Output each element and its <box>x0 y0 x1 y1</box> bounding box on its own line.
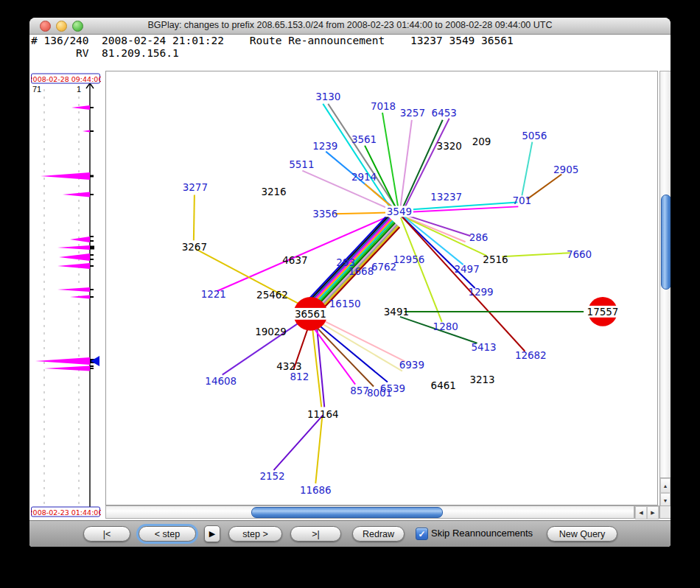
as-label-7660[interactable]: 7660 <box>567 249 592 260</box>
as-label-17557[interactable]: 17557 <box>587 307 619 318</box>
go-first-button[interactable]: |< <box>83 526 130 542</box>
as-label-1299[interactable]: 1299 <box>468 287 493 298</box>
as-path-edge[interactable] <box>323 321 405 362</box>
go-last-button[interactable]: >| <box>290 526 341 542</box>
timeline-activity-spike[interactable] <box>57 287 90 292</box>
as-path-edge[interactable] <box>273 415 323 470</box>
as-label-14608[interactable]: 14608 <box>205 376 237 387</box>
as-label-16150[interactable]: 16150 <box>329 298 361 309</box>
as-label-5413[interactable]: 5413 <box>471 342 496 353</box>
step-forward-button[interactable]: step > <box>228 526 282 542</box>
as-path-edge[interactable] <box>315 416 322 483</box>
timeline-playhead[interactable] <box>91 356 99 366</box>
timeline-activity-spike[interactable] <box>57 263 90 269</box>
as-label-209[interactable]: 209 <box>472 136 491 147</box>
as-path-edge[interactable] <box>317 328 374 387</box>
as-label-3320[interactable]: 3320 <box>437 141 462 152</box>
skip-reannouncements-checkbox[interactable]: ✓ <box>416 528 428 540</box>
vertical-scrollbar-thumb[interactable] <box>661 195 671 290</box>
timeline-activity-spike[interactable] <box>70 295 90 299</box>
as-label-3561[interactable]: 3561 <box>351 134 377 145</box>
as-label-25462[interactable]: 25462 <box>256 290 288 301</box>
timeline-tick <box>90 236 94 237</box>
timeline-activity-spike[interactable] <box>70 237 90 242</box>
as-label-5511[interactable]: 5511 <box>289 159 314 170</box>
as-label-13237[interactable]: 13237 <box>430 192 462 203</box>
as-path-edge[interactable] <box>527 175 561 200</box>
horizontal-scrollbar-thumb[interactable] <box>251 507 443 518</box>
as-path-edge[interactable] <box>302 171 396 212</box>
scroll-right-button[interactable]: ▶ <box>647 506 659 519</box>
as-path-edge[interactable] <box>522 142 532 196</box>
as-label-7018[interactable]: 7018 <box>371 101 396 112</box>
timeline-activity-spike[interactable] <box>44 366 90 371</box>
as-path-edge[interactable] <box>321 323 402 371</box>
play-button[interactable]: ▶ <box>204 525 220 542</box>
as-label-3213[interactable]: 3213 <box>469 374 494 385</box>
timeline-activity-spike[interactable] <box>63 192 90 197</box>
as-path-edge[interactable] <box>319 326 388 382</box>
as-path-edge[interactable] <box>402 217 525 351</box>
as-path-edge[interactable] <box>194 195 195 240</box>
timeline-tick <box>90 259 94 260</box>
as-label-1221[interactable]: 1221 <box>201 289 226 300</box>
as-path-edge[interactable] <box>335 212 394 214</box>
as-label-2497[interactable]: 2497 <box>455 264 480 275</box>
as-path-edge[interactable] <box>402 216 475 288</box>
as-label-36561[interactable]: 36561 <box>295 309 326 320</box>
as-path-edge[interactable] <box>402 215 466 242</box>
timeline-activity-spike[interactable] <box>71 105 90 110</box>
timeline-activity-spike[interactable] <box>57 245 90 250</box>
as-label-4637[interactable]: 4637 <box>282 255 307 266</box>
as-label-2516[interactable]: 2516 <box>483 254 508 265</box>
vertical-scrollbar[interactable] <box>659 71 671 505</box>
as-label-2914[interactable]: 2914 <box>351 172 377 183</box>
timeline-activity-spike[interactable] <box>59 253 90 261</box>
horizontal-scrollbar[interactable] <box>105 505 634 519</box>
as-label-286[interactable]: 286 <box>469 232 489 243</box>
as-label-3549[interactable]: 3549 <box>387 206 412 217</box>
as-label-4323[interactable]: 4323 <box>276 361 301 372</box>
as-path-edge[interactable] <box>502 253 570 256</box>
as-label-1668[interactable]: 1668 <box>349 266 374 277</box>
as-label-19029[interactable]: 19029 <box>255 326 287 337</box>
step-back-button[interactable]: < step <box>139 526 196 542</box>
right-arrow-icon: ▶ <box>651 510 654 516</box>
new-query-button[interactable]: New Query <box>547 526 617 542</box>
as-label-6939[interactable]: 6939 <box>399 360 424 371</box>
as-label-3216[interactable]: 3216 <box>261 186 286 197</box>
as-label-6461[interactable]: 6461 <box>431 380 456 391</box>
as-label-5056[interactable]: 5056 <box>522 130 547 141</box>
as-label-1280[interactable]: 1280 <box>433 321 458 332</box>
down-arrow-icon: ▼ <box>663 498 668 503</box>
scroll-left-button[interactable]: ◀ <box>635 506 647 519</box>
timeline-tick <box>90 365 94 367</box>
as-label-6539[interactable]: 6539 <box>380 383 405 394</box>
redraw-button[interactable]: Redraw <box>352 526 405 542</box>
as-label-701[interactable]: 701 <box>513 195 532 206</box>
as-graph-canvas[interactable]: 3656117557313070183257645350562093320356… <box>105 71 658 505</box>
as-path-edge[interactable] <box>323 104 391 209</box>
as-label-12956[interactable]: 12956 <box>393 254 424 265</box>
as-label-2905[interactable]: 2905 <box>553 164 578 175</box>
as-path-edge[interactable] <box>328 104 398 211</box>
as-label-2152[interactable]: 2152 <box>259 471 284 482</box>
as-label-3491[interactable]: 3491 <box>384 307 409 318</box>
as-label-3267[interactable]: 3267 <box>182 242 207 253</box>
timeline-activity-spike[interactable] <box>41 172 90 180</box>
as-label-6453[interactable]: 6453 <box>432 108 457 119</box>
timeline-panel[interactable]: 2008-02-28 09:44:002008-02-23 01:44:0071… <box>31 73 101 518</box>
as-label-12682[interactable]: 12682 <box>515 350 547 361</box>
as-label-1239[interactable]: 1239 <box>312 141 337 152</box>
as-label-11164[interactable]: 11164 <box>307 409 339 420</box>
as-label-3257[interactable]: 3257 <box>400 108 425 119</box>
as-label-3130[interactable]: 3130 <box>315 91 340 102</box>
window-titlebar[interactable]: BGPlay: changes to prefix 208.65.153.0/2… <box>29 18 671 35</box>
timeline-activity-spike[interactable] <box>83 130 90 133</box>
scroll-up-button[interactable]: ▲ <box>660 478 671 493</box>
timeline-activity-spike[interactable] <box>35 357 90 365</box>
as-label-812[interactable]: 812 <box>290 371 309 382</box>
as-label-11686[interactable]: 11686 <box>300 485 332 496</box>
as-label-3277[interactable]: 3277 <box>183 182 208 193</box>
as-label-3356[interactable]: 3356 <box>312 209 337 220</box>
